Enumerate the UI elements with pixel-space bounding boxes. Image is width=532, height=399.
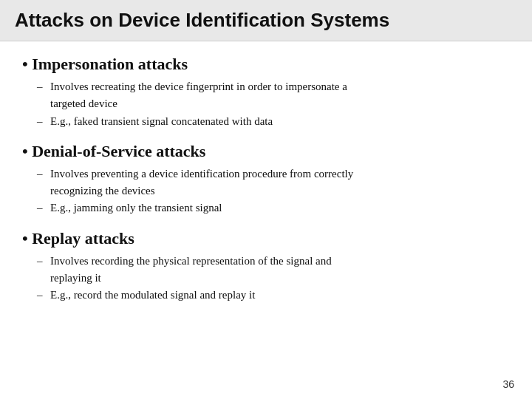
slide-title: Attacks on Device Identification Systems [0,0,532,41]
section-dos-title: • Denial-of-Service attacks [22,142,510,161]
section-impersonation-title: • Impersonation attacks [22,55,510,74]
dos-bullet-2: E.g., jamming only the transient signal [37,200,510,216]
section-dos: • Denial-of-Service attacks Involves pre… [22,142,510,217]
replay-bullet-2: E.g., record the modulated signal and re… [37,287,510,304]
replay-bullets: Involves recording the physical represen… [22,253,510,304]
dos-bullets: Involves preventing a device identificat… [22,166,510,217]
replay-bullet-1: Involves recording the physical represen… [37,253,510,287]
impersonation-bullet-1: Involves recreating the device fingerpri… [37,78,510,113]
dos-bullet-1: Involves preventing a device identificat… [37,166,510,200]
slide: Attacks on Device Identification Systems… [0,0,532,399]
impersonation-bullet-2: E.g., faked transient signal concatenate… [37,113,510,130]
section-impersonation: • Impersonation attacks Involves recreat… [22,55,510,130]
section-replay: • Replay attacks Involves recording the … [22,229,510,304]
impersonation-bullets: Involves recreating the device fingerpri… [22,78,510,130]
slide-content: • Impersonation attacks Involves recreat… [0,41,532,329]
section-replay-title: • Replay attacks [22,229,510,248]
page-number: 36 [502,378,514,390]
